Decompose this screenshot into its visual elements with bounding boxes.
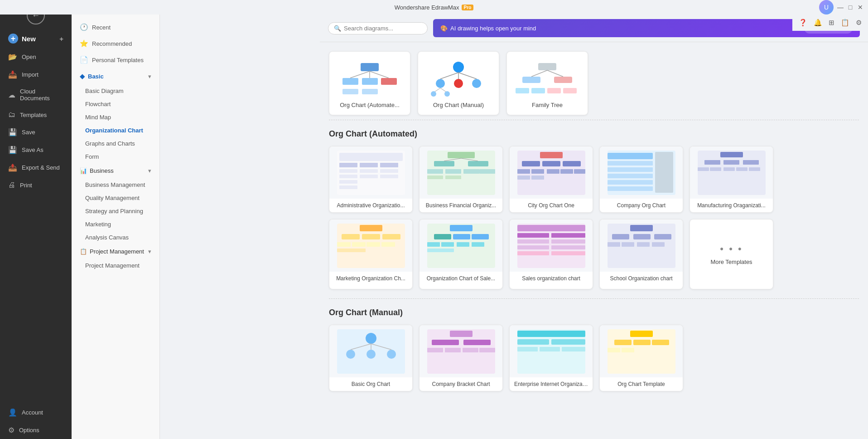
template-manual-1[interactable]: Basic Org Chart bbox=[329, 325, 413, 391]
more-templates-card[interactable]: • • • More Templates bbox=[690, 219, 773, 289]
maximize-button[interactable]: □ bbox=[847, 4, 854, 10]
svg-rect-104 bbox=[472, 242, 484, 247]
svg-rect-55 bbox=[540, 152, 563, 158]
org-automate-label: Org Chart (Automate... bbox=[340, 102, 400, 108]
template-school-org[interactable]: School Organization chart bbox=[599, 219, 683, 289]
nav-sub-form[interactable]: Form bbox=[72, 150, 159, 163]
svg-rect-58 bbox=[563, 161, 581, 166]
new-button[interactable]: + New + bbox=[0, 29, 72, 48]
svg-rect-27 bbox=[547, 88, 561, 93]
manual-4-label: Org Chart Template bbox=[600, 377, 683, 391]
nav-sub-graphs[interactable]: Graphs and Charts bbox=[72, 137, 159, 150]
recent-label: Recent bbox=[92, 24, 111, 31]
svg-rect-73 bbox=[608, 186, 653, 191]
middle-nav: 🕐 Recent ⭐ Recommended 📄 Personal Templa… bbox=[72, 15, 160, 439]
svg-rect-56 bbox=[522, 161, 540, 166]
notification-icon[interactable]: 🔔 bbox=[811, 17, 825, 29]
more-templates-label: More Templates bbox=[710, 259, 752, 265]
svg-rect-149 bbox=[562, 347, 585, 351]
template-city-org[interactable]: City Org Chart One bbox=[509, 146, 593, 213]
marketing-org-label: Marketing Organization Ch... bbox=[329, 272, 412, 285]
svg-rect-44 bbox=[434, 161, 454, 166]
nav-section-project[interactable]: 📋 Project Management ▾ bbox=[72, 244, 159, 259]
nav-recent[interactable]: 🕐 Recent bbox=[72, 19, 159, 35]
help-icon[interactable]: ❓ bbox=[796, 17, 810, 29]
avatar[interactable]: U bbox=[819, 0, 834, 15]
template-sales-org[interactable]: Sales organization chart bbox=[509, 219, 593, 289]
nav-sub-marketing[interactable]: Marketing bbox=[72, 218, 159, 231]
minimize-button[interactable]: — bbox=[837, 4, 844, 10]
template-sales-chart-org[interactable]: Organization Chart of Sale... bbox=[419, 219, 503, 289]
nav-sub-strategy[interactable]: Strategy and Planning bbox=[72, 205, 159, 218]
svg-rect-122 bbox=[622, 242, 634, 247]
svg-rect-146 bbox=[551, 339, 585, 345]
svg-rect-57 bbox=[542, 161, 560, 166]
sidebar-options[interactable]: ⚙ Options bbox=[0, 421, 72, 439]
template-company-org[interactable]: Company Org Chart bbox=[599, 146, 683, 213]
sidebar-export[interactable]: 📤 Export & Send bbox=[0, 159, 72, 176]
svg-rect-97 bbox=[450, 225, 473, 231]
nav-personal-templates[interactable]: 📄 Personal Templates bbox=[72, 52, 159, 68]
basic-icon: ◆ bbox=[80, 72, 85, 80]
template-family-tree[interactable]: Family Tree bbox=[506, 51, 588, 115]
sidebar-print[interactable]: 🖨 Print bbox=[0, 176, 72, 194]
svg-rect-82 bbox=[736, 167, 747, 171]
svg-rect-78 bbox=[743, 160, 759, 165]
template-manual-4[interactable]: Org Chart Template bbox=[599, 325, 683, 391]
svg-rect-108 bbox=[517, 233, 549, 238]
save-icon: 💾 bbox=[8, 128, 17, 137]
export-icon: 📤 bbox=[8, 163, 17, 172]
settings-icon[interactable]: ⚙ bbox=[853, 17, 864, 29]
manual-1-label: Basic Org Chart bbox=[329, 377, 412, 391]
personal-icon: 📄 bbox=[80, 56, 88, 64]
nav-sub-org-chart[interactable]: Organizational Chart bbox=[72, 124, 159, 137]
nav-section-basic[interactable]: ◆ Basic ▾ bbox=[72, 68, 159, 84]
open-icon: 📂 bbox=[8, 53, 17, 61]
svg-rect-93 bbox=[366, 242, 380, 247]
marketing-org-thumb bbox=[329, 220, 412, 272]
svg-rect-49 bbox=[479, 169, 495, 174]
nav-sub-project-mgmt[interactable]: Project Management bbox=[72, 259, 159, 272]
sidebar-import[interactable]: 📥 Import bbox=[0, 66, 72, 83]
nav-sub-analysis[interactable]: Analysis Canvas bbox=[72, 231, 159, 244]
search-input[interactable] bbox=[344, 25, 422, 32]
nav-sub-quality[interactable]: Quality Management bbox=[72, 191, 159, 205]
sales-chart-org-label: Organization Chart of Sale... bbox=[420, 272, 502, 285]
svg-point-10 bbox=[436, 79, 445, 88]
close-button[interactable]: ✕ bbox=[857, 4, 863, 10]
svg-rect-120 bbox=[654, 234, 671, 239]
apps-icon[interactable]: ⊞ bbox=[826, 17, 837, 29]
sidebar-saveas[interactable]: 💾 Save As bbox=[0, 141, 72, 159]
svg-rect-22 bbox=[554, 77, 572, 83]
manual-3-thumb bbox=[510, 325, 593, 377]
svg-rect-83 bbox=[749, 167, 760, 171]
svg-rect-87 bbox=[360, 225, 382, 231]
template-manufacturing[interactable]: Manufacturing Oraganizati... bbox=[690, 146, 773, 213]
template-manual-3[interactable]: Enterprise Internet Organization bbox=[509, 325, 593, 391]
svg-rect-118 bbox=[612, 234, 629, 239]
svg-rect-38 bbox=[360, 175, 378, 178]
company-org-label: Company Org Chart bbox=[600, 199, 683, 212]
template-org-automate[interactable]: Org Chart (Automate... bbox=[329, 51, 410, 115]
import-icon: 📥 bbox=[8, 70, 17, 79]
nav-sub-flowchart[interactable]: Flowchart bbox=[72, 98, 159, 111]
svg-point-11 bbox=[454, 79, 463, 88]
template-biz-financial[interactable]: Business Financial Organiz... bbox=[419, 146, 503, 213]
template-manual-2[interactable]: Company Bracket Chart bbox=[419, 325, 503, 391]
template-admin-org[interactable]: Administrative Organizatio... bbox=[329, 146, 413, 213]
search-box[interactable]: 🔍 bbox=[328, 22, 428, 34]
sidebar-account[interactable]: 👤 Account bbox=[0, 404, 72, 421]
sidebar-save[interactable]: 💾 Save bbox=[0, 123, 72, 141]
sidebar-cloud[interactable]: ☁ Cloud Documents bbox=[0, 83, 72, 106]
nav-section-business[interactable]: 📊 Business ▾ bbox=[72, 163, 159, 178]
sidebar-open[interactable]: 📂 Open bbox=[0, 48, 72, 66]
nav-sub-mind-map[interactable]: Mind Map bbox=[72, 111, 159, 124]
template-marketing-org[interactable]: Marketing Organization Ch... bbox=[329, 219, 413, 289]
nav-recommended[interactable]: ⭐ Recommended bbox=[72, 35, 159, 52]
sidebar-templates[interactable]: 🗂 Templates bbox=[0, 106, 72, 123]
nav-sub-biz-mgmt[interactable]: Business Management bbox=[72, 178, 159, 191]
nav-sub-basic-diagram[interactable]: Basic Diagram bbox=[72, 84, 159, 98]
template-org-manual[interactable]: Org Chart (Manual) bbox=[418, 51, 499, 115]
share-icon[interactable]: 📋 bbox=[838, 17, 852, 29]
svg-point-9 bbox=[453, 62, 464, 73]
